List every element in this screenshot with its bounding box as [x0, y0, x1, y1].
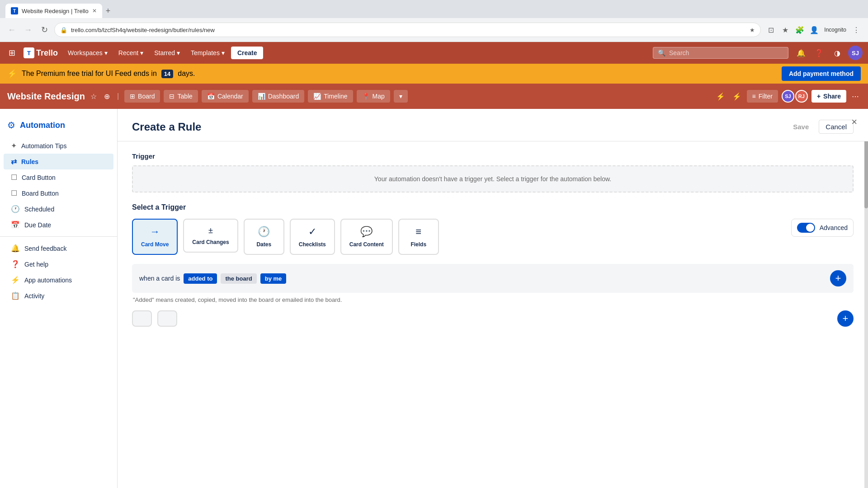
timeline-view-btn[interactable]: 📈 Timeline [308, 90, 353, 103]
send-feedback-label: Send feedback [24, 245, 66, 252]
reload-btn[interactable]: ↻ [38, 23, 51, 36]
condition-by-me-badge[interactable]: by me [260, 273, 287, 284]
advanced-toggle[interactable]: Advanced [791, 219, 854, 237]
sidebar-item-rules[interactable]: ⇄ Rules [4, 154, 113, 169]
checklists-icon: ✓ [308, 226, 316, 238]
board-view-btn[interactable]: ⊞ Board [124, 90, 160, 103]
trigger-btn-card-move[interactable]: → Card Move [132, 219, 178, 255]
calendar-view-btn[interactable]: 📅 Calendar [202, 90, 249, 103]
board-more-btn[interactable]: ⋯ [850, 90, 861, 103]
fields-icon: ≡ [415, 226, 421, 238]
create-btn[interactable]: Create [231, 47, 264, 59]
table-view-btn[interactable]: ⊟ Table [164, 90, 198, 103]
card-move-icon: → [150, 226, 160, 238]
panel-body: Trigger Your automation doesn't have a t… [118, 141, 868, 338]
condition-the-board-badge[interactable]: the board [221, 273, 256, 284]
main-content: ⚙ Automation ✦ Automation Tips ⇄ Rules ☐… [0, 109, 868, 488]
get-help-icon: ❓ [11, 260, 20, 268]
theme-btn[interactable]: ◑ [830, 46, 844, 60]
workspaces-btn[interactable]: Workspaces ▾ [63, 47, 112, 59]
toggle-knob [806, 224, 814, 232]
more-views-btn[interactable]: ▾ [394, 90, 408, 103]
forward-btn[interactable]: → [22, 23, 34, 36]
search-input[interactable] [669, 49, 760, 56]
automation-header-title: Automation [20, 121, 65, 130]
days-badge: 14 [161, 70, 173, 78]
search-box[interactable]: 🔍 [653, 47, 788, 59]
tab-close-btn[interactable]: ✕ [92, 8, 97, 14]
dashboard-icon: 📊 [258, 93, 265, 100]
trigger-btn-card-changes[interactable]: ± Card Changes [183, 219, 238, 253]
trigger-empty-box: Your automation doesn't have a trigger y… [132, 165, 854, 192]
bottom-partial-btn-2[interactable] [157, 310, 177, 327]
dashboard-view-btn[interactable]: 📊 Dashboard [252, 90, 305, 103]
recent-btn[interactable]: Recent ▾ [114, 47, 148, 59]
sidebar-item-app-automations[interactable]: ⚡ App automations [4, 272, 113, 288]
panel-header: Create a Rule Save Cancel [118, 109, 868, 141]
bottom-add-btn[interactable]: + [837, 310, 854, 327]
star-board-btn[interactable]: ☆ [89, 90, 99, 103]
avatar-sj[interactable]: SJ [782, 90, 794, 103]
extensions-btn[interactable]: 🧩 [793, 23, 806, 36]
sidebar-item-scheduled[interactable]: 🕐 Scheduled [4, 201, 113, 217]
map-view-btn[interactable]: 📍 Map [357, 90, 390, 103]
cast-btn[interactable]: ⊡ [764, 23, 777, 36]
close-panel-btn[interactable]: × [851, 116, 857, 128]
tab-bar: T Website Redesign | Trello ✕ + [0, 0, 868, 18]
automation-panel: Create a Rule Save Cancel × Trigger Your… [118, 109, 868, 488]
card-button-icon: ☐ [11, 173, 17, 182]
condition-added-to-badge[interactable]: added to [184, 273, 217, 284]
board-view-label: Board [138, 93, 155, 100]
share-btn[interactable]: + Share [811, 90, 846, 103]
tab-favicon: T [11, 7, 18, 14]
banner-text-before: The Premium free trial for UI Feed ends … [22, 70, 157, 78]
avatar-rj[interactable]: RJ [795, 90, 808, 103]
sidebar-item-automation-tips[interactable]: ✦ Automation Tips [4, 138, 113, 154]
trigger-btn-dates[interactable]: 🕐 Dates [244, 219, 284, 255]
trigger-btn-fields[interactable]: ≡ Fields [398, 219, 439, 255]
address-bar[interactable]: 🔒 trello.com/b/lzcfSh4q/website-redesign… [54, 23, 761, 37]
sidebar-item-due-date[interactable]: 📅 Due Date [4, 217, 113, 233]
dashboard-label: Dashboard [268, 93, 299, 100]
templates-btn[interactable]: Templates ▾ [186, 47, 229, 59]
power-ups-btn[interactable]: ⚡ [714, 90, 727, 103]
sidebar-item-activity[interactable]: 📋 Activity [4, 288, 113, 304]
user-avatar[interactable]: SJ [848, 46, 863, 60]
filter-btn[interactable]: ≡ Filter [747, 90, 778, 103]
bookmark-btn[interactable]: ★ [779, 23, 792, 36]
automation-header-icon: ⚙ [7, 120, 15, 131]
save-btn[interactable]: Save [787, 120, 815, 134]
trigger-condition-row: when a card is added to the board by me … [132, 264, 854, 293]
sidebar-item-board-button[interactable]: ☐ Board Button [4, 185, 113, 201]
board-title[interactable]: Website Redesign [7, 91, 85, 102]
workspace-btn[interactable]: ⊕ [102, 90, 112, 103]
tab-title: Website Redesign | Trello [22, 8, 89, 14]
timeline-label: Timeline [324, 93, 347, 100]
new-tab-btn[interactable]: + [102, 6, 114, 16]
sidebar-item-get-help[interactable]: ❓ Get help [4, 256, 113, 272]
scrollbar[interactable] [864, 109, 868, 488]
starred-btn[interactable]: Starred ▾ [150, 47, 184, 59]
trigger-btn-card-content[interactable]: 💬 Card Content [340, 219, 393, 255]
add-icon: + [835, 272, 841, 284]
advanced-toggle-switch[interactable] [797, 223, 815, 233]
notifications-btn[interactable]: 🔔 [794, 46, 808, 60]
profile-btn[interactable]: 👤 [808, 23, 821, 36]
add-payment-btn[interactable]: Add payment method [782, 66, 861, 81]
menu-btn[interactable]: ⋮ [850, 23, 863, 36]
bottom-partial-btn-1[interactable] [132, 310, 152, 327]
add-condition-btn[interactable]: + [830, 270, 846, 286]
sidebar-header: ⚙ Automation [0, 116, 117, 138]
board-button-icon: ☐ [11, 189, 17, 197]
sidebar-item-send-feedback[interactable]: 🔔 Send feedback [4, 240, 113, 256]
grid-icon-btn[interactable]: ⊞ [5, 47, 18, 59]
help-btn[interactable]: ❓ [812, 46, 826, 60]
automation-btn[interactable]: ⚡ [731, 90, 743, 103]
back-btn[interactable]: ← [5, 23, 18, 36]
sidebar-item-card-button[interactable]: ☐ Card Button [4, 169, 113, 185]
templates-label: Templates [191, 49, 220, 56]
cancel-btn[interactable]: Cancel [819, 120, 854, 134]
active-tab[interactable]: T Website Redesign | Trello ✕ [5, 4, 102, 18]
premium-banner: ⚡ The Premium free trial for UI Feed end… [0, 64, 868, 84]
trigger-btn-checklists[interactable]: ✓ Checklists [290, 219, 335, 255]
